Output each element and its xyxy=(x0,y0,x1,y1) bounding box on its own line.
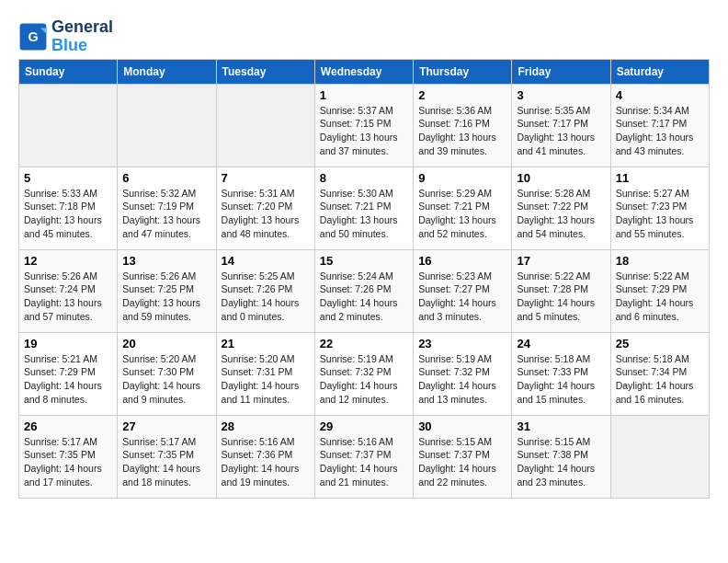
day-cell: 25Sunrise: 5:18 AM Sunset: 7:34 PM Dayli… xyxy=(610,332,709,415)
logo-icon: G xyxy=(18,22,48,52)
day-info: Sunrise: 5:22 AM Sunset: 7:28 PM Dayligh… xyxy=(517,270,605,324)
day-info: Sunrise: 5:26 AM Sunset: 7:24 PM Dayligh… xyxy=(24,270,112,324)
day-number: 14 xyxy=(222,254,310,268)
logo-text-line2: Blue xyxy=(51,37,113,55)
day-cell: 11Sunrise: 5:27 AM Sunset: 7:23 PM Dayli… xyxy=(610,167,709,249)
day-info: Sunrise: 5:15 AM Sunset: 7:38 PM Dayligh… xyxy=(517,435,605,489)
day-info: Sunrise: 5:32 AM Sunset: 7:19 PM Dayligh… xyxy=(122,187,210,241)
day-info: Sunrise: 5:35 AM Sunset: 7:17 PM Dayligh… xyxy=(517,104,605,158)
day-info: Sunrise: 5:16 AM Sunset: 7:36 PM Dayligh… xyxy=(222,435,310,489)
day-number: 27 xyxy=(122,419,210,433)
day-cell: 13Sunrise: 5:26 AM Sunset: 7:25 PM Dayli… xyxy=(118,249,216,332)
day-info: Sunrise: 5:30 AM Sunset: 7:21 PM Dayligh… xyxy=(320,187,408,241)
logo: G General Blue xyxy=(18,18,113,55)
day-number: 1 xyxy=(320,88,408,102)
day-number: 29 xyxy=(320,419,408,433)
day-info: Sunrise: 5:17 AM Sunset: 7:35 PM Dayligh… xyxy=(24,435,112,489)
day-info: Sunrise: 5:29 AM Sunset: 7:21 PM Dayligh… xyxy=(418,187,506,241)
week-row-4: 19Sunrise: 5:21 AM Sunset: 7:29 PM Dayli… xyxy=(19,332,710,415)
day-number: 25 xyxy=(616,337,704,350)
day-number: 3 xyxy=(517,88,605,102)
weekday-header-tuesday: Tuesday xyxy=(216,59,314,84)
day-number: 19 xyxy=(24,337,112,350)
day-number: 31 xyxy=(517,419,605,433)
day-number: 21 xyxy=(222,337,310,350)
day-info: Sunrise: 5:18 AM Sunset: 7:34 PM Dayligh… xyxy=(616,352,704,407)
day-cell: 18Sunrise: 5:22 AM Sunset: 7:29 PM Dayli… xyxy=(610,249,709,332)
day-number: 18 xyxy=(616,254,704,268)
day-info: Sunrise: 5:22 AM Sunset: 7:29 PM Dayligh… xyxy=(616,270,704,324)
day-info: Sunrise: 5:26 AM Sunset: 7:25 PM Dayligh… xyxy=(122,270,210,324)
day-cell: 5Sunrise: 5:33 AM Sunset: 7:18 PM Daylig… xyxy=(19,167,118,249)
day-info: Sunrise: 5:17 AM Sunset: 7:35 PM Dayligh… xyxy=(122,435,210,489)
day-cell: 22Sunrise: 5:19 AM Sunset: 7:32 PM Dayli… xyxy=(314,332,413,415)
day-number: 24 xyxy=(517,337,605,350)
day-cell: 30Sunrise: 5:15 AM Sunset: 7:37 PM Dayli… xyxy=(414,415,512,498)
day-info: Sunrise: 5:37 AM Sunset: 7:15 PM Dayligh… xyxy=(320,104,408,158)
day-number: 22 xyxy=(320,337,408,350)
day-info: Sunrise: 5:31 AM Sunset: 7:20 PM Dayligh… xyxy=(222,187,310,241)
day-number: 28 xyxy=(222,419,310,433)
weekday-header-wednesday: Wednesday xyxy=(314,59,413,84)
day-cell: 6Sunrise: 5:32 AM Sunset: 7:19 PM Daylig… xyxy=(118,167,216,249)
day-cell: 8Sunrise: 5:30 AM Sunset: 7:21 PM Daylig… xyxy=(314,167,413,249)
day-cell: 29Sunrise: 5:16 AM Sunset: 7:37 PM Dayli… xyxy=(314,415,413,498)
day-cell xyxy=(216,84,314,167)
day-info: Sunrise: 5:21 AM Sunset: 7:29 PM Dayligh… xyxy=(24,352,112,407)
day-info: Sunrise: 5:15 AM Sunset: 7:37 PM Dayligh… xyxy=(418,435,506,489)
day-cell: 23Sunrise: 5:19 AM Sunset: 7:32 PM Dayli… xyxy=(414,332,512,415)
day-info: Sunrise: 5:18 AM Sunset: 7:33 PM Dayligh… xyxy=(517,352,605,407)
weekday-header-friday: Friday xyxy=(512,59,610,84)
day-info: Sunrise: 5:25 AM Sunset: 7:26 PM Dayligh… xyxy=(222,270,310,324)
day-cell: 24Sunrise: 5:18 AM Sunset: 7:33 PM Dayli… xyxy=(512,332,610,415)
day-number: 13 xyxy=(122,254,210,268)
day-cell: 16Sunrise: 5:23 AM Sunset: 7:27 PM Dayli… xyxy=(414,249,512,332)
day-cell xyxy=(610,415,709,498)
day-info: Sunrise: 5:27 AM Sunset: 7:23 PM Dayligh… xyxy=(616,187,704,241)
day-number: 9 xyxy=(418,171,506,185)
day-cell: 12Sunrise: 5:26 AM Sunset: 7:24 PM Dayli… xyxy=(19,249,118,332)
day-cell: 31Sunrise: 5:15 AM Sunset: 7:38 PM Dayli… xyxy=(512,415,610,498)
day-info: Sunrise: 5:20 AM Sunset: 7:30 PM Dayligh… xyxy=(122,352,210,407)
day-info: Sunrise: 5:24 AM Sunset: 7:26 PM Dayligh… xyxy=(320,270,408,324)
weekday-header-sunday: Sunday xyxy=(19,59,118,84)
day-cell: 27Sunrise: 5:17 AM Sunset: 7:35 PM Dayli… xyxy=(118,415,216,498)
day-number: 26 xyxy=(24,419,112,433)
day-number: 17 xyxy=(517,254,605,268)
week-row-3: 12Sunrise: 5:26 AM Sunset: 7:24 PM Dayli… xyxy=(19,249,710,332)
weekday-header-monday: Monday xyxy=(118,59,216,84)
day-number: 15 xyxy=(320,254,408,268)
day-info: Sunrise: 5:19 AM Sunset: 7:32 PM Dayligh… xyxy=(418,352,506,407)
day-cell: 19Sunrise: 5:21 AM Sunset: 7:29 PM Dayli… xyxy=(19,332,118,415)
day-info: Sunrise: 5:28 AM Sunset: 7:22 PM Dayligh… xyxy=(517,187,605,241)
day-cell: 21Sunrise: 5:20 AM Sunset: 7:31 PM Dayli… xyxy=(216,332,314,415)
svg-text:G: G xyxy=(28,29,38,44)
day-cell: 2Sunrise: 5:36 AM Sunset: 7:16 PM Daylig… xyxy=(414,84,512,167)
day-cell: 17Sunrise: 5:22 AM Sunset: 7:28 PM Dayli… xyxy=(512,249,610,332)
calendar-table: SundayMondayTuesdayWednesdayThursdayFrid… xyxy=(18,59,710,499)
day-number: 5 xyxy=(24,171,112,185)
day-cell: 7Sunrise: 5:31 AM Sunset: 7:20 PM Daylig… xyxy=(216,167,314,249)
day-number: 7 xyxy=(222,171,310,185)
day-cell: 4Sunrise: 5:34 AM Sunset: 7:17 PM Daylig… xyxy=(610,84,709,167)
day-cell xyxy=(19,84,118,167)
week-row-5: 26Sunrise: 5:17 AM Sunset: 7:35 PM Dayli… xyxy=(19,415,710,498)
day-info: Sunrise: 5:19 AM Sunset: 7:32 PM Dayligh… xyxy=(320,352,408,407)
day-cell xyxy=(118,84,216,167)
day-info: Sunrise: 5:33 AM Sunset: 7:18 PM Dayligh… xyxy=(24,187,112,241)
day-number: 10 xyxy=(517,171,605,185)
day-cell: 1Sunrise: 5:37 AM Sunset: 7:15 PM Daylig… xyxy=(314,84,413,167)
day-cell: 10Sunrise: 5:28 AM Sunset: 7:22 PM Dayli… xyxy=(512,167,610,249)
day-cell: 3Sunrise: 5:35 AM Sunset: 7:17 PM Daylig… xyxy=(512,84,610,167)
day-number: 4 xyxy=(616,88,704,102)
day-number: 12 xyxy=(24,254,112,268)
day-number: 6 xyxy=(122,171,210,185)
day-info: Sunrise: 5:20 AM Sunset: 7:31 PM Dayligh… xyxy=(222,352,310,407)
day-number: 8 xyxy=(320,171,408,185)
week-row-1: 1Sunrise: 5:37 AM Sunset: 7:15 PM Daylig… xyxy=(19,84,710,167)
logo-text-line1: General xyxy=(51,18,113,37)
day-info: Sunrise: 5:36 AM Sunset: 7:16 PM Dayligh… xyxy=(418,104,506,158)
weekday-header-row: SundayMondayTuesdayWednesdayThursdayFrid… xyxy=(19,59,710,84)
day-info: Sunrise: 5:34 AM Sunset: 7:17 PM Dayligh… xyxy=(616,104,704,158)
day-cell: 15Sunrise: 5:24 AM Sunset: 7:26 PM Dayli… xyxy=(314,249,413,332)
